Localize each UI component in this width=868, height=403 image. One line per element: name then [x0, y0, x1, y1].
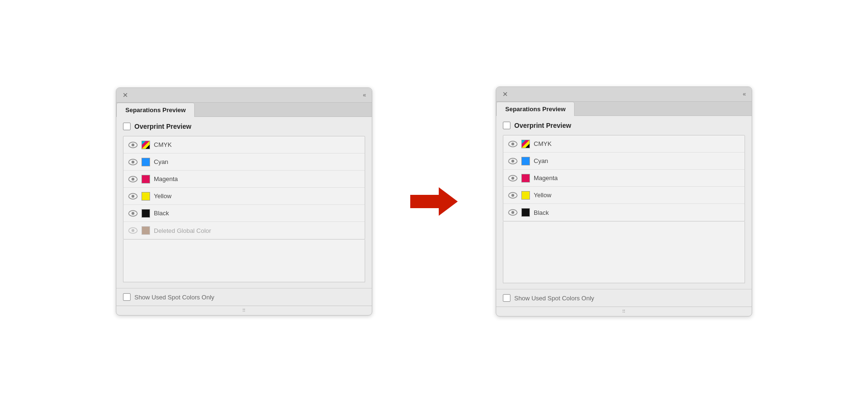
right-overprint-label: Overprint Preview: [514, 122, 571, 129]
left-tab-bar: Separations Preview: [116, 103, 372, 117]
cmyk-label: CMYK: [154, 141, 172, 148]
left-resize-handle[interactable]: ⠿: [116, 306, 372, 315]
resize-dots-icon: ⠿: [622, 309, 626, 314]
right-panel-content: Overprint Preview CMYK: [496, 116, 752, 289]
table-row: Black: [503, 204, 745, 221]
yellow-label: Yellow: [534, 192, 551, 199]
cyan-label: Cyan: [534, 157, 548, 164]
black-label: Black: [154, 210, 169, 217]
svg-point-22: [511, 211, 514, 214]
svg-point-3: [132, 161, 134, 163]
eye-icon[interactable]: [508, 141, 518, 147]
eye-icon[interactable]: [128, 142, 138, 148]
eye-icon[interactable]: [508, 209, 518, 216]
arrow-right-icon: [410, 187, 458, 216]
left-empty-area: [123, 240, 365, 282]
left-spot-colors-label: Show Used Spot Colors Only: [134, 294, 214, 301]
cmyk-swatch: [521, 140, 530, 148]
black-swatch: [142, 209, 150, 218]
yellow-swatch: [521, 191, 530, 200]
svg-point-11: [132, 229, 134, 232]
left-close-button[interactable]: ✕: [122, 92, 129, 98]
eye-icon[interactable]: [128, 193, 138, 200]
cmyk-label: CMYK: [534, 140, 552, 147]
svg-marker-12: [410, 187, 458, 216]
left-tab-inactive: [195, 103, 372, 117]
magenta-label: Magenta: [154, 175, 178, 182]
eye-icon[interactable]: [128, 176, 138, 182]
right-titlebar: ✕ «: [496, 87, 752, 102]
svg-point-16: [511, 160, 514, 163]
cmyk-swatch: [142, 141, 150, 149]
svg-point-9: [132, 212, 134, 215]
svg-point-1: [132, 144, 134, 146]
left-overprint-row: Overprint Preview: [123, 123, 365, 130]
right-overprint-checkbox[interactable]: [503, 122, 510, 129]
cyan-swatch: [521, 157, 530, 165]
right-tab-separations[interactable]: Separations Preview: [496, 102, 575, 116]
yellow-swatch: [142, 192, 150, 201]
right-panel: ✕ « Separations Preview Overprint Previe…: [496, 86, 752, 317]
table-row: Magenta: [123, 171, 365, 188]
eye-icon[interactable]: [128, 210, 138, 217]
table-row: Cyan: [123, 154, 365, 171]
table-row: Magenta: [503, 170, 745, 187]
right-bottom-row: Show Used Spot Colors Only: [496, 289, 752, 307]
eye-icon[interactable]: [508, 175, 518, 182]
svg-point-20: [511, 194, 514, 197]
left-titlebar: ✕ «: [116, 88, 372, 103]
table-row: Black: [123, 205, 365, 222]
eye-icon[interactable]: [128, 227, 138, 234]
left-spot-colors-checkbox[interactable]: [123, 293, 131, 301]
right-spot-colors-label: Show Used Spot Colors Only: [514, 295, 594, 302]
magenta-swatch: [521, 174, 530, 182]
left-collapse-button[interactable]: «: [363, 92, 366, 98]
right-empty-area: [503, 221, 745, 283]
eye-icon[interactable]: [508, 192, 518, 199]
deleted-swatch: [142, 226, 150, 235]
right-tab-bar: Separations Preview: [496, 102, 752, 116]
black-label: Black: [534, 209, 549, 216]
table-row: Cyan: [503, 153, 745, 170]
magenta-swatch: [142, 175, 150, 183]
cyan-label: Cyan: [154, 158, 168, 165]
resize-dots-icon: ⠿: [242, 308, 246, 313]
left-separations-list: CMYK Cyan: [123, 136, 365, 240]
left-tab-separations[interactable]: Separations Preview: [116, 103, 195, 117]
left-panel: ✕ « Separations Preview Overprint Previe…: [116, 87, 372, 316]
table-row: Yellow: [503, 187, 745, 204]
black-swatch: [521, 208, 530, 217]
right-resize-handle[interactable]: ⠿: [496, 307, 752, 316]
svg-point-7: [132, 195, 134, 198]
right-collapse-button[interactable]: «: [743, 91, 746, 97]
right-separations-list: CMYK Cyan: [503, 135, 745, 221]
deleted-label: Deleted Global Color: [154, 227, 211, 234]
right-close-button[interactable]: ✕: [502, 91, 509, 97]
right-spot-colors-checkbox[interactable]: [503, 294, 510, 302]
cyan-swatch: [142, 158, 150, 166]
right-tab-inactive: [575, 102, 752, 116]
svg-point-5: [132, 178, 134, 181]
right-overprint-row: Overprint Preview: [503, 122, 745, 129]
table-row: Yellow: [123, 188, 365, 205]
yellow-label: Yellow: [154, 192, 171, 200]
left-overprint-checkbox[interactable]: [123, 123, 131, 130]
eye-icon[interactable]: [128, 159, 138, 165]
svg-point-18: [511, 177, 514, 180]
magenta-label: Magenta: [534, 174, 558, 182]
left-panel-content: Overprint Preview CMYK: [116, 117, 372, 288]
table-row: CMYK: [123, 136, 365, 154]
left-overprint-label: Overprint Preview: [134, 123, 191, 130]
table-row: Deleted Global Color: [123, 222, 365, 239]
table-row: CMYK: [503, 135, 745, 153]
svg-point-14: [511, 143, 514, 145]
arrow-container: [410, 187, 458, 216]
left-bottom-row: Show Used Spot Colors Only: [116, 288, 372, 306]
eye-icon[interactable]: [508, 158, 518, 164]
